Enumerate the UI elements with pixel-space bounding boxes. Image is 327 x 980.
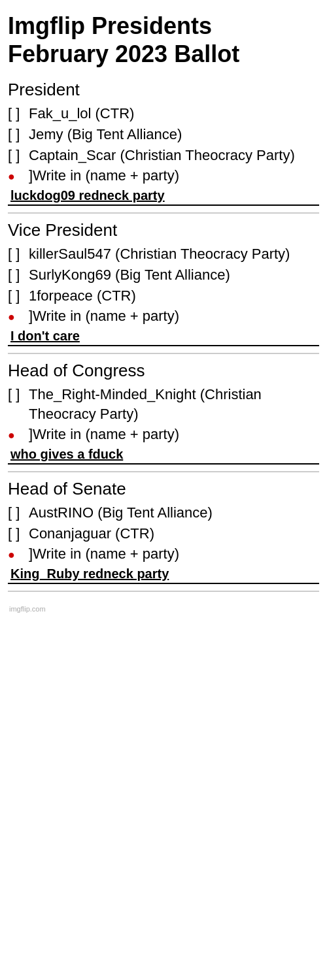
checkbox-vice-president-0[interactable]: [ ] <box>8 244 26 264</box>
checkbox-head-of-senate-1[interactable]: [ ] <box>8 524 26 544</box>
write-in-line-president: ●]Write in (name + party) <box>8 166 319 186</box>
candidate-name-president-1: Jemy (Big Tent Alliance) <box>29 125 182 144</box>
candidate-name-head-of-senate-0: AustRINO (Big Tent Alliance) <box>29 503 213 523</box>
write-in-label-head-of-senate: ]Write in (name + party) <box>29 544 179 564</box>
write-in-value-wrapper-president[interactable]: luckdog09 redneck party <box>8 187 319 206</box>
write-in-line-head-of-senate: ●]Write in (name + party) <box>8 544 319 564</box>
radio-filled-icon-head-of-congress: ● <box>8 429 15 442</box>
section-title-president: President <box>8 80 319 100</box>
checkbox-vice-president-2[interactable]: [ ] <box>8 286 26 306</box>
candidate-name-head-of-congress-0: The_Right-Minded_Knight (Christian Theoc… <box>29 385 319 423</box>
section-title-head-of-congress: Head of Congress <box>8 361 319 381</box>
checkbox-head-of-congress-0[interactable]: [ ] <box>8 385 26 404</box>
write-in-value-president: luckdog09 redneck party <box>10 188 165 203</box>
write-in-radio-head-of-congress[interactable]: ● <box>8 425 26 444</box>
section-president: President[ ]Fak_u_lol (CTR)[ ]Jemy (Big … <box>8 80 319 214</box>
section-head-of-senate: Head of Senate[ ]AustRINO (Big Tent Alli… <box>8 479 319 592</box>
write-in-value-wrapper-head-of-senate[interactable]: King_Ruby redneck party <box>8 565 319 584</box>
write-in-value-wrapper-head-of-congress[interactable]: who gives a fduck <box>8 446 319 465</box>
write-in-value-wrapper-vice-president[interactable]: I don't care <box>8 327 319 346</box>
write-in-container-president: luckdog09 redneck party <box>8 187 319 206</box>
write-in-container-head-of-congress: who gives a fduck <box>8 446 319 465</box>
write-in-line-head-of-congress: ●]Write in (name + party) <box>8 425 319 444</box>
candidate-name-president-2: Captain_Scar (Christian Theocracy Party) <box>29 146 295 165</box>
candidate-line-head-of-congress-0: [ ]The_Right-Minded_Knight (Christian Th… <box>8 385 319 423</box>
section-head-of-congress: Head of Congress[ ]The_Right-Minded_Knig… <box>8 361 319 472</box>
checkbox-president-1[interactable]: [ ] <box>8 125 26 144</box>
write-in-radio-president[interactable]: ● <box>8 166 26 186</box>
candidate-name-vice-president-2: 1forpeace (CTR) <box>29 286 136 306</box>
write-in-value-head-of-congress: who gives a fduck <box>10 447 123 461</box>
write-in-label-vice-president: ]Write in (name + party) <box>29 306 179 326</box>
radio-filled-icon-president: ● <box>8 170 15 183</box>
section-title-vice-president: Vice President <box>8 220 319 240</box>
candidate-line-president-1: [ ]Jemy (Big Tent Alliance) <box>8 125 319 144</box>
candidate-line-president-2: [ ]Captain_Scar (Christian Theocracy Par… <box>8 146 319 165</box>
write-in-container-vice-president: I don't care <box>8 327 319 346</box>
write-in-container-head-of-senate: King_Ruby redneck party <box>8 565 319 584</box>
candidate-line-head-of-senate-0: [ ]AustRINO (Big Tent Alliance) <box>8 503 319 523</box>
candidate-line-vice-president-1: [ ]SurlyKong69 (Big Tent Alliance) <box>8 265 319 285</box>
checkbox-head-of-senate-0[interactable]: [ ] <box>8 503 26 523</box>
watermark: imgflip.com <box>8 605 319 613</box>
checkbox-president-2[interactable]: [ ] <box>8 146 26 165</box>
candidate-name-head-of-senate-1: Conanjaguar (CTR) <box>29 524 154 544</box>
checkbox-president-0[interactable]: [ ] <box>8 104 26 123</box>
radio-filled-icon-head-of-senate: ● <box>8 548 15 561</box>
page-title: Imgflip Presidents February 2023 Ballot <box>8 12 319 68</box>
section-vice-president: Vice President[ ]killerSaul547 (Christia… <box>8 220 319 354</box>
candidate-line-vice-president-0: [ ]killerSaul547 (Christian Theocracy Pa… <box>8 244 319 264</box>
write-in-line-vice-president: ●]Write in (name + party) <box>8 306 319 326</box>
candidate-name-president-0: Fak_u_lol (CTR) <box>29 104 134 123</box>
write-in-radio-head-of-senate[interactable]: ● <box>8 544 26 564</box>
candidate-name-vice-president-1: SurlyKong69 (Big Tent Alliance) <box>29 265 230 285</box>
candidate-name-vice-president-0: killerSaul547 (Christian Theocracy Party… <box>29 244 290 264</box>
write-in-label-head-of-congress: ]Write in (name + party) <box>29 425 179 444</box>
write-in-radio-vice-president[interactable]: ● <box>8 306 26 326</box>
section-title-head-of-senate: Head of Senate <box>8 479 319 499</box>
write-in-value-vice-president: I don't care <box>10 329 80 343</box>
candidate-line-president-0: [ ]Fak_u_lol (CTR) <box>8 104 319 123</box>
candidate-line-head-of-senate-1: [ ]Conanjaguar (CTR) <box>8 524 319 544</box>
write-in-value-head-of-senate: King_Ruby redneck party <box>10 566 169 581</box>
candidate-line-vice-president-2: [ ]1forpeace (CTR) <box>8 286 319 306</box>
radio-filled-icon-vice-president: ● <box>8 310 15 323</box>
checkbox-vice-president-1[interactable]: [ ] <box>8 265 26 285</box>
write-in-label-president: ]Write in (name + party) <box>29 166 179 186</box>
